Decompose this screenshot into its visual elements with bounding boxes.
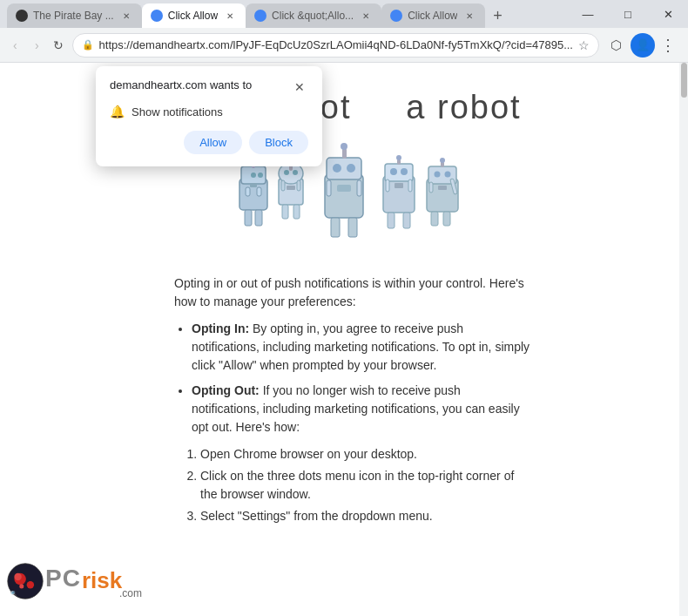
svg-rect-4 — [250, 183, 257, 187]
svg-rect-38 — [386, 179, 389, 192]
svg-rect-29 — [331, 218, 340, 237]
forward-button[interactable]: › — [29, 33, 45, 58]
popup-buttons: Allow Block — [110, 131, 308, 154]
svg-rect-40 — [388, 213, 395, 228]
svg-rect-52 — [443, 212, 450, 226]
svg-point-54 — [440, 158, 445, 163]
robot-text: a robot — [406, 89, 521, 125]
step-3: Select "Settings" from the dropdown menu… — [200, 507, 531, 525]
window-controls: — □ ✕ — [568, 0, 688, 28]
step-2: Click on the three dots menu icon in the… — [200, 467, 531, 504]
step-1: Open Chrome browser on your desktop. — [200, 445, 531, 464]
svg-point-57 — [14, 573, 21, 580]
tab-close-3[interactable]: ✕ — [359, 9, 373, 23]
pcrisk-text: PC risk .com — [45, 560, 159, 603]
pcrisk-wordmark: PC risk .com — [45, 560, 159, 599]
svg-rect-39 — [408, 179, 412, 192]
permission-text: Show notifications — [132, 105, 223, 118]
svg-point-46 — [435, 172, 441, 178]
pcrisk-logo: 🔍 PC risk .com — [0, 546, 165, 616]
popup-title: demandheartx.com wants to — [110, 78, 252, 91]
svg-rect-28 — [357, 180, 361, 196]
svg-point-32 — [341, 143, 347, 150]
address-bar[interactable]: 🔒 https://demandheartx.com/lPyJF-EqDcUz0… — [72, 33, 599, 58]
tab-click-allow-1[interactable]: Click Allow ✕ — [142, 3, 246, 28]
svg-point-24 — [333, 164, 341, 173]
tab-label-3: Click &quot;Allo... — [272, 10, 354, 22]
svg-text:PC: PC — [45, 565, 81, 592]
svg-text:risk: risk — [82, 567, 123, 593]
tab-favicon-2 — [151, 10, 163, 22]
extension-button[interactable]: ⬡ — [604, 33, 629, 58]
svg-point-35 — [390, 168, 397, 175]
scrollbar-thumb[interactable] — [681, 63, 687, 98]
tabs-area: The Pirate Bay ... ✕ Click Allow ✕ Click… — [0, 0, 568, 28]
svg-rect-7 — [245, 210, 252, 226]
minimize-button[interactable]: — — [568, 0, 608, 28]
nav-right-buttons: ⬡ 👤 ⋮ — [604, 33, 681, 58]
bullets-list: Opting In: By opting in, you agree to re… — [192, 320, 531, 437]
popup-header: demandheartx.com wants to ✕ — [110, 78, 308, 96]
tab-favicon-1 — [16, 10, 28, 22]
article-section: Opting in or out of push notifications i… — [0, 257, 688, 546]
close-window-button[interactable]: ✕ — [648, 0, 688, 28]
svg-rect-27 — [327, 180, 331, 196]
svg-point-13 — [284, 170, 289, 175]
gap-spaces — [374, 89, 395, 125]
svg-rect-49 — [429, 182, 433, 193]
tab-label-2: Click Allow — [168, 10, 218, 22]
svg-rect-51 — [431, 212, 438, 226]
svg-point-2 — [251, 173, 256, 178]
opting-out-title: Opting Out: — [192, 383, 260, 397]
navigation-bar: ‹ › ↻ 🔒 https://demandheartx.com/lPyJF-E… — [0, 28, 688, 63]
svg-point-58 — [27, 581, 34, 588]
bullet-opting-in: Opting In: By opting in, you agree to re… — [192, 320, 531, 375]
svg-point-43 — [396, 155, 401, 160]
svg-rect-6 — [257, 187, 261, 196]
pcrisk-icon: 🔍 — [7, 559, 44, 603]
svg-rect-18 — [282, 205, 288, 219]
content-area: you are not a robot — [0, 63, 688, 616]
allow-button[interactable]: Allow — [184, 131, 242, 154]
tab-favicon-3 — [254, 10, 266, 22]
scrollbar[interactable] — [679, 63, 688, 616]
bullet-opting-out: Opting Out: If you no longer wish to rec… — [192, 382, 531, 437]
svg-rect-17 — [297, 180, 300, 191]
popup-permission-row: 🔔 Show notifications — [110, 105, 308, 118]
svg-rect-26 — [337, 185, 351, 192]
bell-icon: 🔔 — [110, 105, 125, 118]
title-bar: The Pirate Bay ... ✕ Click Allow ✕ Click… — [0, 0, 688, 28]
tab-click-allow-2[interactable]: Click Allow ✕ — [381, 3, 485, 28]
opting-in-title: Opting In: — [192, 322, 249, 335]
svg-rect-23 — [327, 158, 361, 179]
security-icon: 🔒 — [82, 39, 94, 51]
tab-label-1: The Pirate Bay ... — [33, 10, 114, 22]
reload-button[interactable]: ↻ — [51, 33, 67, 58]
svg-rect-8 — [255, 210, 262, 226]
tab-click-quote-allo[interactable]: Click &quot;Allo... ✕ — [246, 3, 381, 28]
profile-button[interactable]: 👤 — [631, 33, 655, 58]
tab-close-1[interactable]: ✕ — [119, 9, 133, 23]
svg-text:🔍: 🔍 — [10, 590, 17, 597]
block-button[interactable]: Block — [249, 131, 308, 154]
svg-rect-19 — [293, 205, 300, 219]
svg-rect-30 — [348, 218, 357, 237]
menu-button[interactable]: ⋮ — [657, 33, 681, 58]
notification-popup: demandheartx.com wants to ✕ 🔔 Show notif… — [96, 66, 322, 166]
svg-point-14 — [293, 170, 298, 175]
svg-point-47 — [445, 172, 451, 178]
svg-point-36 — [401, 168, 408, 175]
maximize-button[interactable]: □ — [608, 0, 648, 28]
popup-close-button[interactable]: ✕ — [291, 78, 308, 96]
tab-pirate-bay[interactable]: The Pirate Bay ... ✕ — [7, 3, 142, 28]
svg-rect-16 — [281, 180, 285, 191]
steps-list: Open Chrome browser on your desktop. Cli… — [200, 445, 531, 525]
back-button[interactable]: ‹ — [7, 33, 24, 58]
address-text: https://demandheartx.com/lPyJF-EqDcUz0Sz… — [99, 38, 573, 51]
tab-close-2[interactable]: ✕ — [223, 9, 237, 23]
bookmark-icon[interactable]: ☆ — [578, 38, 590, 52]
new-tab-button[interactable]: + — [485, 3, 509, 28]
tab-close-4[interactable]: ✕ — [462, 9, 476, 23]
svg-point-25 — [347, 164, 355, 173]
svg-rect-34 — [385, 164, 413, 181]
